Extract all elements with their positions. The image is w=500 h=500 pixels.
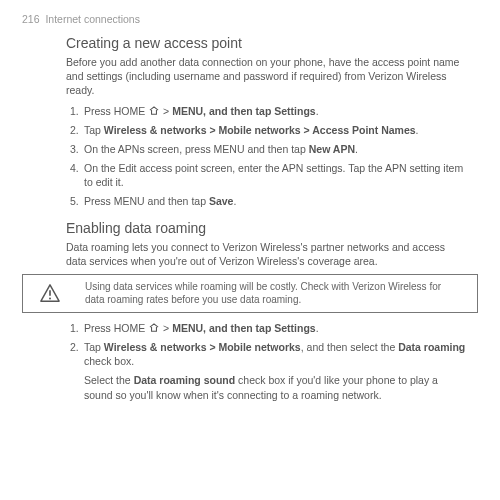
roaming-steps: 1. Press HOME > MENU, and then tap Setti… (66, 321, 468, 402)
page-content: Creating a new access point Before you a… (22, 34, 478, 402)
home-icon (149, 104, 159, 113)
new-apn-label: New APN (309, 143, 355, 155)
step-body: Tap Wireless & networks > Mobile network… (84, 123, 468, 137)
page-section: Internet connections (45, 13, 140, 25)
section-desc: Data roaming lets you connect to Verizon… (66, 240, 468, 268)
create-apn-steps: 1. Press HOME > MENU, and then tap Setti… (66, 104, 468, 209)
save-label: Save (209, 195, 234, 207)
section-title-create-apn: Creating a new access point (66, 34, 468, 53)
step-body: Press MENU and then tap Save. (84, 194, 468, 208)
section-desc: Before you add another data connection o… (66, 55, 468, 98)
warning-box: Using data services while roaming will b… (22, 274, 478, 313)
step-number: 2. (66, 123, 84, 137)
step-body: Press HOME > MENU, and then tap Settings… (84, 321, 468, 335)
svg-point-1 (49, 298, 51, 300)
step-number: 5. (66, 194, 84, 208)
step-number: 3. (66, 142, 84, 156)
menu-settings-label: MENU, and then tap Settings (172, 322, 316, 334)
paragraph: Select the Data roaming sound check box … (84, 373, 468, 401)
step-body: On the Edit access point screen, enter t… (84, 161, 468, 189)
step-body: Tap Wireless & networks > Mobile network… (84, 340, 468, 402)
home-icon (149, 321, 159, 330)
page-number: 216 (22, 13, 40, 25)
section-title-roaming: Enabling data roaming (66, 219, 468, 238)
section-enabling-roaming: Enabling data roaming Data roaming lets … (66, 219, 468, 402)
list-item: 1. Press HOME > MENU, and then tap Setti… (66, 321, 468, 335)
list-item: 2. Tap Wireless & networks > Mobile netw… (66, 340, 468, 402)
data-roaming-sound-label: Data roaming sound (134, 374, 236, 386)
nav-path-label: Wireless & networks > Mobile networks > … (104, 124, 416, 136)
menu-settings-label: MENU, and then tap Settings (172, 105, 316, 117)
list-item: 3. On the APNs screen, press MENU and th… (66, 142, 468, 156)
nav-path-label: Wireless & networks > Mobile networks (104, 341, 301, 353)
step-number: 4. (66, 161, 84, 189)
list-item: 5. Press MENU and then tap Save. (66, 194, 468, 208)
step-number: 1. (66, 321, 84, 335)
list-item: 4. On the Edit access point screen, ente… (66, 161, 468, 189)
list-item: 2. Tap Wireless & networks > Mobile netw… (66, 123, 468, 137)
step-number: 2. (66, 340, 84, 402)
list-item: 1. Press HOME > MENU, and then tap Setti… (66, 104, 468, 118)
step-number: 1. (66, 104, 84, 118)
page-header: 216 Internet connections (22, 12, 478, 26)
step-body: Press HOME > MENU, and then tap Settings… (84, 104, 468, 118)
data-roaming-label: Data roaming (398, 341, 465, 353)
warning-text: Using data services while roaming will b… (71, 280, 467, 307)
warning-icon (39, 283, 61, 303)
step-body: On the APNs screen, press MENU and then … (84, 142, 468, 156)
